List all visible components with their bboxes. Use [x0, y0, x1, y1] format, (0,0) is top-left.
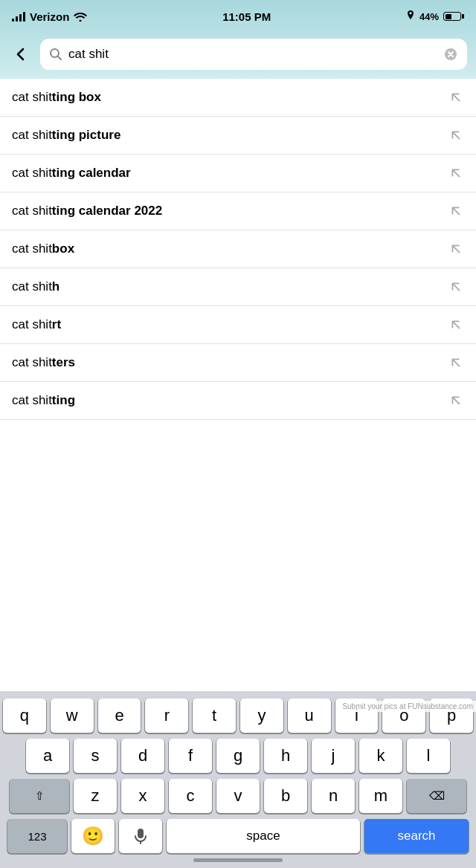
arrow-up-left-icon [448, 392, 464, 409]
arrow-up-left-icon [448, 89, 464, 106]
suggestions-list: cat shitting box cat shitting picture ca… [0, 79, 476, 420]
key-f[interactable]: f [169, 739, 212, 773]
key-c[interactable]: c [169, 779, 212, 813]
key-g[interactable]: g [216, 739, 260, 773]
key-delete[interactable]: ⌫ [407, 779, 466, 813]
list-item[interactable]: cat shitting calendar [0, 155, 476, 192]
arrow-up-left-icon [448, 354, 464, 371]
key-search[interactable]: search [364, 819, 469, 853]
key-w[interactable]: w [51, 699, 94, 733]
keyboard: q w e r t y u i o p a s d f g h j k l ⇧ … [0, 691, 476, 868]
search-icon [49, 48, 62, 61]
home-indicator-area [3, 859, 473, 864]
key-u[interactable]: u [288, 699, 331, 733]
arrow-up-left-icon [448, 165, 464, 181]
arrow-up-left-icon [448, 127, 464, 143]
suggestion-text: cat shitting calendar [12, 166, 131, 181]
key-z[interactable]: z [74, 779, 117, 813]
battery-icon [443, 12, 464, 21]
list-item[interactable]: cat shitters [0, 344, 476, 382]
carrier-label: Verizon [30, 10, 69, 23]
back-button[interactable] [9, 42, 33, 66]
list-item[interactable]: cat shitrt [0, 306, 476, 344]
suggestion-text: cat shitting [12, 393, 75, 408]
key-b[interactable]: b [264, 779, 307, 813]
arrow-up-left-icon [448, 317, 464, 333]
suggestion-text: cat shith [12, 279, 60, 294]
suggestion-text: cat shitting picture [12, 128, 120, 143]
key-v[interactable]: v [216, 779, 260, 813]
key-n[interactable]: n [312, 779, 355, 813]
key-k[interactable]: k [359, 739, 402, 773]
signal-icon [12, 11, 25, 22]
search-input[interactable] [68, 47, 437, 62]
arrow-up-left-icon [448, 279, 464, 295]
key-space[interactable]: space [167, 819, 360, 853]
key-e[interactable]: e [98, 699, 141, 733]
key-numbers[interactable]: 123 [7, 819, 67, 853]
key-a[interactable]: a [26, 739, 69, 773]
key-j[interactable]: j [312, 739, 355, 773]
key-m[interactable]: m [359, 779, 402, 813]
keyboard-row-2: a s d f g h j k l [3, 739, 473, 773]
arrow-up-left-icon [448, 203, 464, 219]
list-item[interactable]: cat shith [0, 268, 476, 306]
watermark: Submit your pics at FUNsubstance.com [339, 701, 476, 712]
list-item[interactable]: cat shitbox [0, 230, 476, 268]
location-icon [406, 10, 415, 22]
key-s[interactable]: s [74, 739, 117, 773]
suggestion-text: cat shitbox [12, 242, 74, 256]
wifi-icon [74, 11, 87, 22]
suggestion-text: cat shitrt [12, 317, 61, 332]
arrow-up-left-icon [448, 241, 464, 257]
status-bar: Verizon 11:05 PM 44% [0, 0, 476, 33]
list-item[interactable]: cat shitting picture [0, 117, 476, 155]
key-h[interactable]: h [264, 739, 307, 773]
battery-percent: 44% [419, 11, 439, 22]
suggestion-text: cat shitting calendar 2022 [12, 204, 162, 218]
search-area [0, 33, 476, 79]
list-item[interactable]: cat shitting calendar 2022 [0, 192, 476, 230]
home-indicator [193, 858, 283, 862]
suggestion-text: cat shitting box [12, 90, 101, 105]
key-d[interactable]: d [121, 739, 164, 773]
search-input-box [40, 39, 467, 70]
key-y[interactable]: y [240, 699, 283, 733]
list-item[interactable]: cat shitting box [0, 79, 476, 117]
clear-button[interactable] [443, 47, 458, 62]
keyboard-row-3: ⇧ z x c v b n m ⌫ [3, 779, 473, 813]
key-x[interactable]: x [121, 779, 164, 813]
list-item[interactable]: cat shitting [0, 382, 476, 420]
key-t[interactable]: t [193, 699, 236, 733]
key-emoji[interactable]: 🙂 [71, 819, 115, 853]
key-q[interactable]: q [3, 699, 46, 733]
key-mic[interactable] [119, 819, 162, 853]
carrier-info: Verizon [12, 10, 87, 23]
key-l[interactable]: l [407, 739, 450, 773]
svg-rect-2 [138, 829, 144, 838]
keyboard-row-4: 123 🙂 space search [3, 819, 473, 853]
key-shift[interactable]: ⇧ [10, 779, 69, 813]
key-r[interactable]: r [145, 699, 188, 733]
status-right: 44% [406, 10, 464, 22]
suggestion-text: cat shitters [12, 355, 75, 370]
status-time: 11:05 PM [222, 10, 271, 23]
